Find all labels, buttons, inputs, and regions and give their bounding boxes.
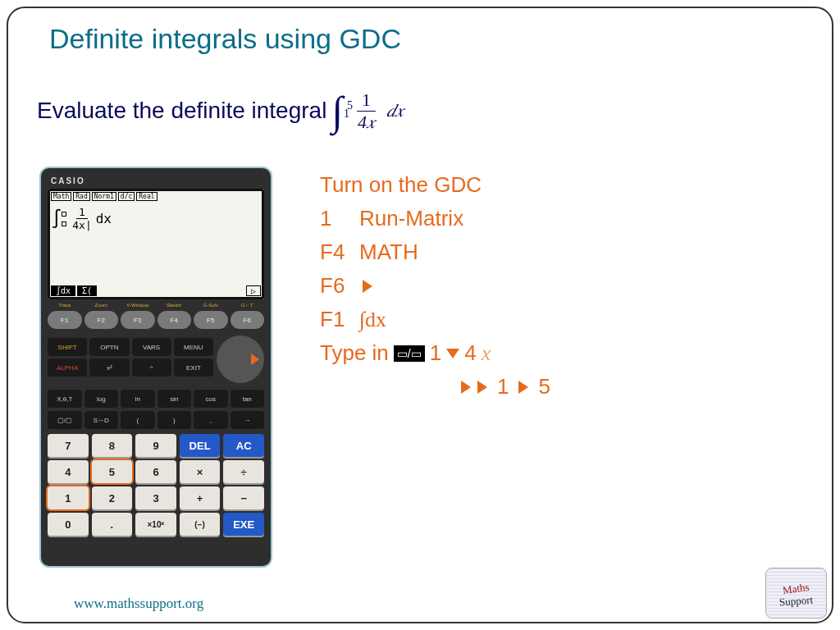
- type-lower: 1: [497, 374, 509, 399]
- step-key: F1: [320, 307, 359, 332]
- type-4: 4: [464, 340, 476, 366]
- step-key: 1: [320, 206, 359, 231]
- numeric-keypad: 7 8 9 DEL AC 4 5 6 × ÷ 1 2 3 + − 0 . ×10…: [48, 434, 264, 536]
- key-3[interactable]: 3: [135, 486, 176, 509]
- screen-num: 1: [76, 206, 88, 219]
- power-key[interactable]: ^: [132, 358, 171, 377]
- minus-key[interactable]: −: [223, 486, 264, 509]
- f1-key[interactable]: F1: [48, 311, 82, 329]
- vars-key[interactable]: VARS: [132, 338, 171, 356]
- optn-key[interactable]: OPTN: [89, 338, 129, 356]
- type-1: 1: [430, 340, 441, 366]
- f-label: Trace: [48, 303, 82, 308]
- divide-key[interactable]: ÷: [223, 460, 264, 483]
- step-type-in: Type in ▭/▭ 1 4 x: [320, 340, 557, 366]
- key-0[interactable]: 0: [48, 513, 89, 536]
- screen-dx: dx: [96, 211, 112, 226]
- softkey-sigma: Σ(: [77, 285, 97, 296]
- type-x: x: [482, 341, 491, 366]
- step-key: F6: [320, 273, 359, 299]
- integrand-fraction: 1 4𝑥: [353, 89, 380, 133]
- step-label: Type in: [320, 340, 389, 366]
- footer-url: www.mathssupport.org: [74, 596, 203, 612]
- ln-key[interactable]: ln: [121, 390, 155, 408]
- f5-key[interactable]: F5: [194, 311, 228, 329]
- key-9[interactable]: 9: [135, 434, 176, 457]
- cos-key[interactable]: cos: [194, 390, 228, 408]
- softkey-next-icon: ▷: [246, 285, 261, 296]
- f4-key[interactable]: F4: [158, 311, 192, 329]
- key-2[interactable]: 2: [92, 486, 133, 509]
- del-key[interactable]: DEL: [180, 434, 221, 457]
- f-label: Zoom: [84, 303, 119, 308]
- step-type-in-bounds: 1 5: [458, 374, 557, 399]
- neg-key[interactable]: (−): [180, 513, 221, 536]
- key-6[interactable]: 6: [135, 460, 176, 483]
- f2-key[interactable]: F2: [84, 311, 119, 329]
- screen-fraction: 1 4x|: [70, 206, 94, 231]
- screen-den: 4x|: [70, 219, 94, 231]
- step-label: MATH: [359, 240, 418, 265]
- calculator-brand: CASIO: [48, 175, 264, 189]
- f-label: Sketch: [158, 303, 192, 308]
- f6-key[interactable]: F6: [231, 311, 265, 329]
- sin-key[interactable]: sin: [158, 390, 192, 408]
- exp-key[interactable]: ×10ˣ: [135, 513, 176, 536]
- status-token: d/c: [118, 192, 135, 201]
- f-key-row: F1 F2 F3 F4 F5 F6: [48, 311, 264, 329]
- f-label-row: Trace Zoom V-Window Sketch G-Solv G↔T: [48, 303, 264, 308]
- arrow-key[interactable]: →: [231, 411, 265, 429]
- f-label: V-Window: [121, 303, 155, 308]
- alpha-key[interactable]: ALPHA: [48, 358, 87, 377]
- softkey-integral: ∫dx: [51, 285, 75, 296]
- step-run-matrix: 1 Run-Matrix: [320, 206, 557, 231]
- exe-key[interactable]: EXE: [223, 513, 264, 536]
- type-upper: 5: [538, 374, 550, 399]
- shift-key[interactable]: SHIFT: [48, 338, 87, 356]
- screen-expression: ∫ 1 4x| dx: [51, 206, 261, 231]
- step-math: F4 MATH: [320, 240, 557, 265]
- status-token: Math: [51, 192, 71, 201]
- dpad-right-arrow-icon: [251, 354, 259, 365]
- fraction-numerator: 1: [357, 89, 376, 112]
- right-arrow-icon: [461, 381, 471, 394]
- fraction-denominator: 4𝑥: [353, 112, 380, 133]
- instruction-steps: Turn on the GDC 1 Run-Matrix F4 MATH F6 …: [320, 172, 557, 408]
- lparen-key[interactable]: (: [121, 411, 155, 429]
- exit-key[interactable]: EXIT: [174, 358, 213, 377]
- status-token: Rad: [73, 192, 89, 201]
- key-5[interactable]: 5: [92, 460, 133, 483]
- f-label: G↔T: [231, 303, 265, 308]
- screen-status-bar: Math Rad Norm1 d/c Real: [51, 192, 261, 201]
- rparen-key[interactable]: ): [158, 411, 192, 429]
- key-7[interactable]: 7: [48, 434, 89, 457]
- square-key[interactable]: x²: [89, 358, 129, 377]
- page-title: Definite integrals using GDC: [49, 23, 401, 55]
- ac-key[interactable]: AC: [223, 434, 264, 457]
- menu-key[interactable]: MENU: [174, 338, 213, 356]
- step-turn-on: Turn on the GDC: [320, 172, 557, 198]
- log-key[interactable]: log: [84, 390, 119, 408]
- decimal-key[interactable]: .: [92, 513, 133, 536]
- sd-key[interactable]: S↔D: [84, 411, 119, 429]
- fraction-key-icon: ▭/▭: [394, 345, 425, 362]
- step-label: Run-Matrix: [359, 206, 463, 231]
- integral-lower: 1: [344, 89, 349, 139]
- status-token: Norm1: [92, 192, 116, 201]
- key-8[interactable]: 8: [92, 434, 133, 457]
- tan-key[interactable]: tan: [231, 390, 265, 408]
- f3-key[interactable]: F3: [121, 311, 155, 329]
- comma-key[interactable]: ,: [194, 411, 228, 429]
- key-1[interactable]: 1: [48, 486, 89, 509]
- x-theta-key[interactable]: X,θ,T: [48, 390, 82, 408]
- multiply-key[interactable]: ×: [180, 460, 221, 483]
- right-arrow-icon: [518, 381, 528, 394]
- step-f6: F6: [320, 273, 557, 299]
- right-arrow-icon: [477, 381, 487, 394]
- prompt-text: Evaluate the definite integral: [37, 98, 326, 124]
- key-4[interactable]: 4: [48, 460, 89, 483]
- plus-key[interactable]: +: [180, 486, 221, 509]
- step-key: F4: [320, 240, 359, 265]
- d-pad[interactable]: [217, 336, 264, 383]
- frac-key[interactable]: ▢/▢: [48, 411, 82, 429]
